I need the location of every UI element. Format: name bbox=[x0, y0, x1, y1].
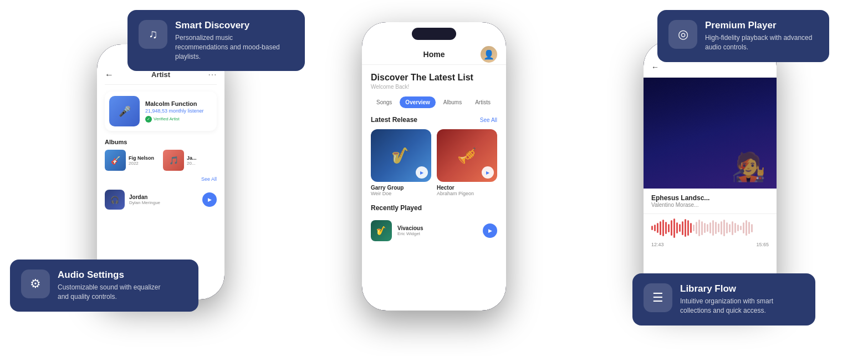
release-play-2[interactable]: ▶ bbox=[482, 166, 494, 179]
tooltip-premium-player-title: Premium Player bbox=[705, 20, 816, 31]
music-note-icon: ♫ bbox=[139, 20, 167, 49]
recently-played-title: Recently Played bbox=[371, 204, 422, 212]
tooltip-premium-player-desc: High-fidelity playback with advanced aud… bbox=[705, 33, 816, 52]
album-cover-2: 🎵 bbox=[163, 150, 184, 171]
recent-track-1[interactable]: 🎷 Vivacious Eric Widget ▶ bbox=[371, 217, 497, 244]
releases-grid: 🎷 ▶ Garry Group Weir Doe 🎺 bbox=[371, 129, 497, 196]
release-name-1: Garry Group bbox=[371, 185, 431, 191]
track-artist: Dylan Meringue bbox=[129, 200, 198, 205]
release-card-1[interactable]: 🎷 ▶ Garry Group Weir Doe bbox=[371, 129, 431, 196]
recently-played-row: Recently Played bbox=[371, 204, 497, 212]
tooltip-audio-settings-desc: Customizable sound with equalizer and qu… bbox=[58, 283, 169, 302]
recent-track-cover: 🎷 bbox=[371, 220, 392, 241]
artist-hero-image: 🧑‍🎤 bbox=[644, 78, 777, 189]
recent-track-artist: Eric Widget bbox=[397, 231, 477, 236]
albums-section-title: Albums bbox=[105, 139, 217, 145]
release-artist-2: Abraham Pigeon bbox=[437, 191, 497, 196]
album-item-1[interactable]: 🎸 Fig Nelson 2022 bbox=[105, 150, 159, 171]
latest-release-title: Latest Release bbox=[371, 116, 417, 124]
artist-image: 🎤 bbox=[109, 96, 140, 126]
tab-songs[interactable]: Songs bbox=[371, 96, 397, 108]
waveform-visualization bbox=[644, 214, 777, 242]
phone-center: Home 👤 Discover The Latest List Welcome … bbox=[362, 22, 506, 311]
album-cover-1: 🎸 bbox=[105, 150, 126, 171]
tooltip-smart-discovery: ♫ Smart Discovery Personalized music rec… bbox=[127, 10, 305, 71]
tooltip-smart-discovery-desc: Personalized music recommendations and m… bbox=[175, 33, 286, 61]
track-cover: 🎧 bbox=[105, 190, 125, 210]
latest-see-all[interactable]: See All bbox=[480, 117, 497, 123]
tooltip-premium-player: ◎ Premium Player High-fidelity playback … bbox=[657, 10, 829, 62]
albums-see-all[interactable]: See All bbox=[105, 176, 217, 182]
album-name-2: Ja... bbox=[187, 155, 197, 161]
latest-release-row: Latest Release See All bbox=[371, 116, 497, 124]
track-item[interactable]: 🎧 Jordan Dylan Meringue ▶ bbox=[105, 186, 217, 213]
equalizer-icon: ⚙ bbox=[21, 269, 50, 298]
discover-title: Discover The Latest List bbox=[371, 73, 497, 83]
center-phone-title: Home bbox=[423, 50, 445, 59]
playback-time: 12:43 15:65 bbox=[644, 242, 777, 247]
phone-right: ← 🧑‍🎤 Ephesus Landsc... Valentino Morase… bbox=[644, 42, 777, 302]
monthly-listeners: 21,948,53 monthly listener bbox=[145, 108, 204, 114]
tab-albums[interactable]: Albums bbox=[438, 96, 467, 108]
track-name: Jordan bbox=[129, 194, 198, 200]
scene: ♫ Smart Discovery Personalized music rec… bbox=[0, 0, 868, 356]
back-button-left[interactable]: ← bbox=[105, 70, 114, 80]
left-phone-header: ← Artist ⋯ bbox=[105, 69, 217, 85]
album-name-1: Fig Nelson bbox=[129, 155, 154, 161]
right-track-info: Ephesus Landsc... Valentino Morase... bbox=[644, 189, 777, 214]
time-total: 15:65 bbox=[756, 242, 769, 247]
album-year-2: 20... bbox=[187, 161, 197, 166]
tab-artists[interactable]: Artists bbox=[469, 96, 496, 108]
recent-track-name: Vivacious bbox=[397, 225, 477, 231]
release-artist-1: Weir Doe bbox=[371, 191, 431, 196]
verified-badge: ✓ Verified Artist bbox=[145, 116, 204, 123]
release-image-2: 🎺 ▶ bbox=[437, 129, 497, 182]
time-current: 12:43 bbox=[651, 242, 664, 247]
album-year-1: 2022 bbox=[129, 161, 154, 166]
play-button-recent[interactable]: ▶ bbox=[483, 223, 497, 238]
phone-notch-center bbox=[412, 28, 456, 40]
right-phone-content: ← 🧑‍🎤 Ephesus Landsc... Valentino Morase… bbox=[644, 42, 777, 302]
back-button-right[interactable]: ← bbox=[651, 63, 659, 72]
library-icon: ☰ bbox=[644, 283, 672, 312]
tooltip-smart-discovery-title: Smart Discovery bbox=[175, 20, 286, 31]
center-phone-body: Discover The Latest List Welcome Back! S… bbox=[362, 65, 506, 252]
artist-card: 🎤 Malcolm Function 21,948,53 monthly lis… bbox=[105, 91, 217, 131]
tooltip-audio-settings: ⚙ Audio Settings Customizable sound with… bbox=[10, 260, 198, 312]
tab-overview[interactable]: Overview bbox=[400, 96, 435, 108]
center-phone-content: Home 👤 Discover The Latest List Welcome … bbox=[362, 22, 506, 311]
right-track-artist: Valentino Morase... bbox=[651, 202, 769, 208]
release-card-2[interactable]: 🎺 ▶ Hector Abraham Pigeon bbox=[437, 129, 497, 196]
album-item-2[interactable]: 🎵 Ja... 20... bbox=[163, 150, 217, 171]
user-avatar[interactable]: 👤 bbox=[481, 46, 497, 63]
right-phone-header: ← bbox=[644, 63, 777, 78]
right-track-name: Ephesus Landsc... bbox=[651, 194, 769, 202]
center-phone-header: Home 👤 bbox=[362, 50, 506, 65]
release-play-1[interactable]: ▶ bbox=[416, 166, 428, 179]
tooltip-library-flow-title: Library Flow bbox=[680, 283, 791, 294]
release-image-1: 🎷 ▶ bbox=[371, 129, 431, 182]
phone-right-screen: ← 🧑‍🎤 Ephesus Landsc... Valentino Morase… bbox=[644, 42, 777, 302]
play-button-left[interactable]: ▶ bbox=[202, 192, 217, 207]
tooltip-library-flow-desc: Intuitive organization with smart collec… bbox=[680, 297, 791, 316]
phone-center-screen: Home 👤 Discover The Latest List Welcome … bbox=[362, 22, 506, 311]
release-name-2: Hector bbox=[437, 185, 497, 191]
tooltip-library-flow: ☰ Library Flow Intuitive organization wi… bbox=[632, 273, 815, 326]
albums-list: 🎸 Fig Nelson 2022 🎵 Ja... 20 bbox=[105, 150, 217, 171]
category-tabs: Songs Overview Albums Artists bbox=[371, 96, 497, 108]
premium-player-icon: ◎ bbox=[668, 20, 697, 49]
left-phone-title: Artist bbox=[118, 70, 203, 79]
tooltip-audio-settings-title: Audio Settings bbox=[58, 269, 169, 281]
welcome-text: Welcome Back! bbox=[371, 84, 497, 90]
recently-played-section: Recently Played 🎷 Vivacious Eric Widget … bbox=[371, 204, 497, 244]
artist-name: Malcolm Function bbox=[145, 100, 204, 107]
